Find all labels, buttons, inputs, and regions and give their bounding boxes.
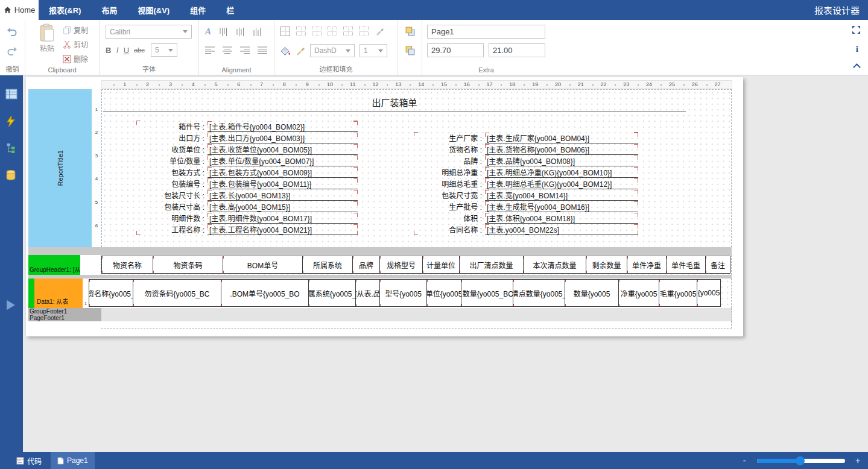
field-expression[interactable]: [主表.明细总毛重(KG){yo004_BOM12}] [485, 178, 638, 189]
table-data-cell[interactable]: 数量{yo005 [565, 279, 619, 307]
field-expression[interactable]: [主表.宽{yo004_BOM14}] [485, 189, 638, 201]
table-header-cell[interactable]: 物资条码 [153, 256, 223, 274]
page-footer-band-label[interactable]: PageFooter1 [30, 315, 101, 321]
table-header-cell[interactable]: 单件毛重 [666, 256, 706, 274]
field-label[interactable]: 货物名称 : [414, 144, 485, 154]
bring-to-front-button[interactable] [405, 26, 416, 37]
field-expression[interactable]: [主表.品牌{yo004_BOM08}] [485, 155, 638, 166]
group-header-canvas[interactable]: 物资名称物资条码BOM单号所属系统品牌规格型号计量单位出厂清点数量本次清点数量剩… [101, 255, 732, 275]
table-header-cell[interactable]: 所属系统 [302, 256, 353, 274]
border-left-icon[interactable] [312, 27, 322, 36]
font-size-select[interactable]: 5 [151, 43, 177, 57]
table-data-cell[interactable]: .BOM单号{yo005_BO [221, 279, 309, 307]
field-label[interactable]: 生产批号 : [414, 201, 485, 212]
report-structure-button[interactable] [5, 88, 17, 100]
border-outline-icon[interactable] [280, 27, 290, 36]
menu-item[interactable]: 栏 [216, 0, 244, 20]
field-expression[interactable]: [主表.包装编号{yo004_BOM11}] [207, 178, 358, 189]
field-label[interactable]: 包装尺寸宽 : [414, 190, 485, 200]
border-color-pen-icon[interactable] [375, 27, 384, 36]
footer-canvas[interactable] [101, 308, 732, 321]
table-header-cell[interactable]: BOM单号 [223, 256, 303, 274]
menu-item[interactable]: 布局 [91, 0, 127, 20]
underline-button[interactable]: U [124, 46, 129, 55]
page-width-input[interactable] [427, 43, 484, 57]
table-header-cell[interactable]: 剩余数量 [586, 256, 627, 274]
table-data-cell[interactable]: 净重{yo005 [618, 279, 659, 307]
data-band-canvas[interactable]: 资名称{yo005_勿资条码{yo005_BC.BOM单号{yo005_BO属系… [89, 279, 732, 308]
page1-tab[interactable]: Page1 [51, 452, 95, 469]
field-expression[interactable]: [主表.箱件号{yo004_BOM02}] [207, 121, 358, 132]
field-expression[interactable]: [主表.出口方{yo004_BOM03}] [207, 132, 358, 143]
field-label[interactable]: 明细总净重 : [414, 167, 485, 177]
border-bottom-icon[interactable] [359, 27, 369, 36]
border-top-icon[interactable] [343, 27, 353, 36]
table-header-cell[interactable]: 单件净重 [627, 256, 667, 274]
cut-button[interactable]: 剪切 [63, 39, 88, 49]
field-expression[interactable]: [主表.生成厂家{yo004_BOM04}] [485, 132, 638, 143]
field-expression[interactable]: [主表.包装方式{yo004_BOM09}] [207, 166, 358, 178]
field-expression[interactable]: [主表.货物名称{yo004_BOM06}] [485, 143, 638, 155]
align-left-icon[interactable] [205, 46, 215, 54]
band-splitter[interactable] [28, 247, 732, 255]
align-top-icon[interactable] [219, 28, 228, 36]
menu-item[interactable]: 视图(&V) [127, 0, 180, 20]
font-color-button[interactable]: A [205, 27, 211, 37]
table-header-cell[interactable]: 规格型号 [379, 256, 423, 274]
field-expression[interactable]: [主表.单位/数量{yo004_BOM07}] [207, 155, 358, 166]
field-label[interactable]: 明细总毛重 : [414, 178, 485, 189]
table-data-cell[interactable]: 型号{yo005 [379, 279, 427, 307]
table-header-cell[interactable]: 本次清点数量 [523, 256, 586, 274]
align-center-icon[interactable] [223, 46, 232, 54]
field-label[interactable]: 合同名称 : [414, 224, 485, 234]
bold-button[interactable]: B [106, 46, 111, 55]
menu-item[interactable]: 组件 [180, 0, 216, 20]
field-expression[interactable]: [主表.生成批号{yo004_BOM16}] [485, 201, 638, 212]
page-height-input[interactable] [489, 43, 545, 57]
report-title-canvas[interactable]: 出厂装箱单 箱件号 : [主表.箱件号{yo004_BOM02}] 出口方 : … [101, 89, 732, 247]
field-expression[interactable]: [主表.收货单位{yo004_BOM05}] [207, 143, 358, 155]
data-band-label[interactable]: Data1: 从表 [34, 279, 83, 308]
table-data-cell[interactable]: 资名称{yo005_ [89, 279, 133, 307]
field-label[interactable]: 包装编号 : [136, 178, 207, 189]
hierarchy-button[interactable] [5, 143, 17, 155]
delete-button[interactable]: 删除 [63, 54, 88, 64]
table-data-cell[interactable]: 清点数量{yo005_ [513, 279, 565, 307]
table-header-cell[interactable]: 出厂清点数量 [459, 256, 524, 274]
table-header-cell[interactable]: 品牌 [352, 256, 380, 274]
report-title-text[interactable]: 出厂装箱单 [103, 96, 686, 112]
align-middle-icon[interactable] [236, 28, 245, 36]
field-expression[interactable]: [主表.明细总净重(KG){yo004_BOM10}] [485, 166, 638, 178]
info-icon[interactable]: i [856, 44, 858, 54]
table-header-cell[interactable]: 物资名称 [101, 256, 153, 274]
group-footer-band-label[interactable]: GroupFooter1 [30, 308, 101, 315]
font-family-select[interactable]: Calibri [106, 25, 192, 39]
report-title-band-label[interactable]: ReportTitle1 [28, 89, 92, 247]
field-expression[interactable]: [主表.体积{yo004_BOM18}] [485, 212, 638, 224]
table-data-cell[interactable]: 属系统{yo005_ [308, 279, 356, 307]
field-expression[interactable]: [主表.高{yo004_BOM15}] [207, 201, 358, 212]
zoom-slider[interactable] [757, 459, 845, 463]
redo-button[interactable] [7, 45, 19, 57]
paste-button[interactable]: 粘贴 [35, 24, 59, 61]
strikethrough-button[interactable]: abc [134, 46, 145, 54]
field-label[interactable]: 单位/数量 : [136, 156, 207, 166]
code-tab[interactable]: 代码 [10, 452, 48, 469]
events-button[interactable] [5, 116, 17, 128]
field-label[interactable]: 品牌 : [414, 156, 485, 166]
zoom-in-button[interactable]: + [854, 456, 862, 465]
table-data-cell[interactable]: 毛重{yo005 [659, 279, 697, 307]
field-label[interactable]: 出口方 : [136, 133, 207, 143]
field-label[interactable]: 生产厂家 : [414, 133, 485, 143]
page-name-input[interactable] [427, 25, 545, 39]
zoom-slider-thumb[interactable] [796, 456, 805, 465]
italic-button[interactable]: I [116, 45, 118, 55]
copy-button[interactable]: 复制 [63, 25, 88, 35]
tab-home[interactable]: Home [0, 0, 39, 20]
field-label[interactable]: 包装方式 : [136, 167, 207, 177]
field-label[interactable]: 箱件号 : [136, 121, 207, 131]
table-data-cell[interactable]: .数量{yo005_BO [461, 279, 513, 307]
field-expression[interactable]: [主表.长{yo004_BOM13}] [207, 189, 358, 201]
field-label[interactable]: 明细件数 : [136, 213, 207, 223]
menu-item[interactable]: 报表(&R) [39, 0, 91, 20]
